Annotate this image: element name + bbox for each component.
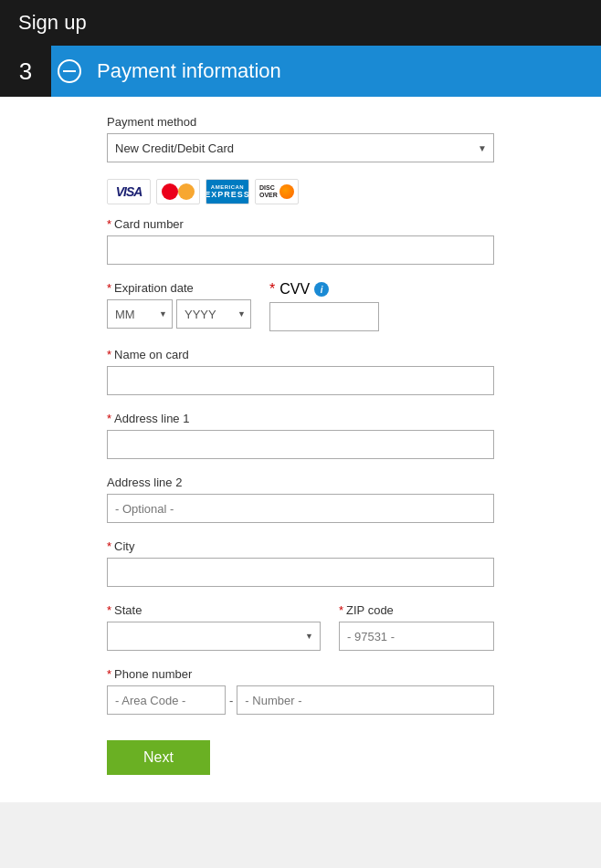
year-select[interactable]: YYYY 20242025 20262027 20282029	[176, 299, 251, 329]
zip-required-star: *	[339, 603, 343, 617]
zip-label: *ZIP code	[339, 603, 494, 617]
phone-dash: -	[226, 685, 237, 715]
payment-method-select[interactable]: New Credit/Debit Card PayPal	[107, 133, 494, 162]
phone-row: -	[107, 685, 494, 715]
state-group: *State Alabama Alaska California New Yor…	[107, 603, 321, 651]
zip-input[interactable]	[339, 622, 494, 651]
expiration-group: *Expiration date MM 0102 0304 0506 0708 …	[107, 281, 251, 329]
address2-input[interactable]	[107, 494, 494, 523]
mastercard-logo	[156, 179, 200, 204]
phone-required-star: *	[107, 667, 111, 681]
address1-label: *Address line 1	[107, 412, 494, 425]
amex-text-mid: EXPRESS	[206, 190, 249, 199]
month-select[interactable]: MM 0102 0304 0506 0708 0910 1112	[107, 299, 173, 329]
yyyy-select-wrapper: YYYY 20242025 20262027 20282029	[176, 299, 251, 329]
discover-circle	[279, 184, 294, 199]
phone-number-input[interactable]	[237, 685, 494, 715]
name-on-card-label: *Name on card	[107, 348, 494, 361]
card-number-required-star: *	[107, 217, 111, 231]
cvv-input[interactable]	[269, 302, 379, 331]
cvv-label: CVV	[279, 281, 310, 298]
step-banner: 3 Payment information	[0, 46, 601, 97]
cvv-group: * CVV i	[269, 281, 379, 331]
city-group: *City	[107, 539, 494, 587]
exp-cvv-row: *Expiration date MM 0102 0304 0506 0708 …	[107, 281, 494, 331]
name-required-star: *	[107, 348, 111, 361]
discover-logo: DISCOVER	[255, 179, 299, 204]
name-on-card-input[interactable]	[107, 366, 494, 395]
city-label: *City	[107, 539, 494, 553]
payment-method-group: Payment method New Credit/Debit Card Pay…	[107, 115, 494, 162]
cvv-info-icon[interactable]: i	[314, 282, 329, 297]
area-code-input[interactable]	[107, 685, 226, 715]
amex-logo: AMERICAN EXPRESS	[206, 179, 249, 204]
state-select[interactable]: Alabama Alaska California New York Texas	[107, 622, 321, 651]
payment-method-select-wrapper: New Credit/Debit Card PayPal	[107, 133, 494, 162]
card-number-input[interactable]	[107, 235, 494, 265]
zip-group: *ZIP code	[339, 603, 494, 651]
step-icon	[51, 46, 88, 97]
expiration-label: *Expiration date	[107, 281, 251, 295]
step-number: 3	[0, 46, 51, 97]
cvv-label-row: * CVV i	[269, 281, 379, 298]
state-zip-row: *State Alabama Alaska California New Yor…	[107, 603, 494, 651]
app-header: Sign up	[0, 0, 601, 46]
city-input[interactable]	[107, 558, 494, 587]
card-number-group: *Card number	[107, 217, 494, 265]
visa-logo: VISA	[107, 179, 151, 204]
address1-required-star: *	[107, 412, 111, 425]
exp-required-star: *	[107, 281, 111, 295]
name-on-card-group: *Name on card	[107, 348, 494, 395]
next-button[interactable]: Next	[107, 740, 210, 775]
address1-input[interactable]	[107, 430, 494, 459]
address2-group: Address line 2	[107, 476, 494, 523]
mm-select-wrapper: MM 0102 0304 0506 0708 0910 1112	[107, 299, 173, 329]
state-required-star: *	[107, 603, 111, 617]
phone-group: *Phone number -	[107, 667, 494, 715]
state-select-wrapper: Alabama Alaska California New York Texas	[107, 622, 321, 651]
card-logos: VISA AMERICAN EXPRESS DISCOVER	[107, 179, 494, 204]
app-title: Sign up	[18, 11, 87, 34]
discover-text: DISCOVER	[259, 184, 278, 198]
card-number-label: *Card number	[107, 217, 494, 231]
phone-label: *Phone number	[107, 667, 494, 681]
exp-selects: MM 0102 0304 0506 0708 0910 1112 YYYY 20…	[107, 299, 251, 329]
state-label: *State	[107, 603, 321, 617]
city-required-star: *	[107, 539, 111, 553]
address1-group: *Address line 1	[107, 412, 494, 459]
step-title: Payment information	[88, 47, 290, 96]
payment-method-label: Payment method	[107, 115, 494, 129]
minus-circle-icon	[58, 59, 81, 83]
mc-left-circle	[162, 183, 178, 200]
address2-label: Address line 2	[107, 476, 494, 489]
form-area: Payment method New Credit/Debit Card Pay…	[0, 97, 601, 802]
cvv-required-star: *	[269, 281, 275, 298]
mc-right-circle	[178, 183, 195, 200]
